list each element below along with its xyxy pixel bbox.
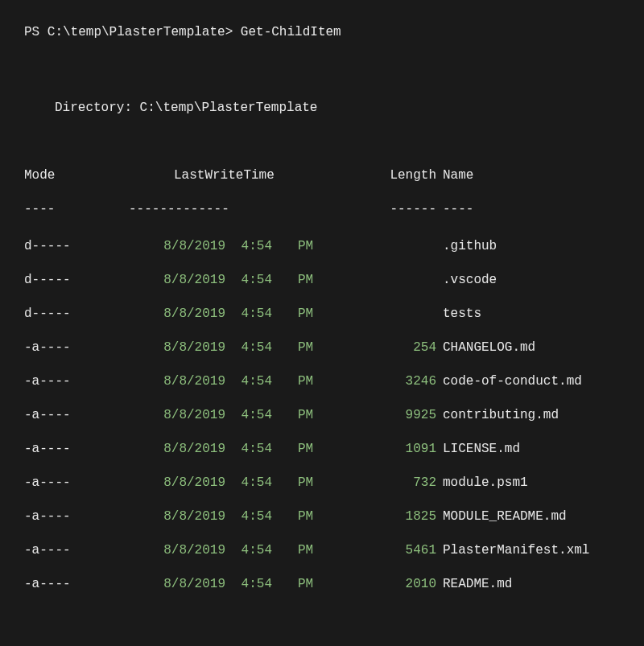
cell-ampm: PM [298, 439, 322, 459]
table-row: -a----8/8/2019 4:54 PM3246code-of-conduc… [24, 372, 620, 391]
cell-length [322, 237, 443, 256]
cell-mode: d----- [24, 304, 129, 323]
directory-label: Directory: C:\temp\PlasterTemplate [55, 101, 317, 115]
cell-mode: -a---- [24, 574, 129, 594]
command: Get-ChildItem [241, 25, 341, 39]
cell-mode: -a---- [24, 405, 129, 425]
divider-lastwrite: ------------- [129, 200, 233, 219]
listing-table: Mode LastWriteTime Length Name ---- ----… [24, 166, 620, 594]
cell-mode: -a---- [24, 507, 129, 526]
cell-date: 8/8/2019 [129, 541, 233, 560]
header-spacer2 [298, 166, 322, 185]
cell-length: 732 [322, 473, 443, 492]
header-name: Name [443, 166, 473, 185]
table-row: d-----8/8/2019 4:54 PM.vscode [24, 270, 620, 290]
table-row: d-----8/8/2019 4:54 PMtests [24, 304, 620, 323]
cell-date: 8/8/2019 [129, 507, 233, 526]
cell-date: 8/8/2019 [129, 405, 233, 425]
cell-date: 8/8/2019 [129, 270, 233, 290]
header-mode: Mode [24, 166, 129, 185]
table-row: -a----8/8/2019 4:54 PM5461PlasterManifes… [24, 541, 620, 560]
cell-length: 254 [322, 338, 443, 357]
table-row: -a----8/8/2019 4:54 PM732module.psm1 [24, 473, 620, 492]
cell-date: 8/8/2019 [129, 574, 233, 594]
cell-ampm: PM [298, 405, 322, 425]
header-lastwrite: LastWriteTime [129, 166, 233, 185]
cell-time: 4:54 [233, 270, 298, 290]
cell-time: 4:54 [233, 473, 298, 492]
cell-time: 4:54 [233, 507, 298, 526]
cell-ampm: PM [298, 372, 322, 391]
cell-time: 4:54 [233, 338, 298, 357]
cell-name: LICENSE.md [443, 439, 520, 459]
cell-name: CHANGELOG.md [443, 338, 535, 357]
cell-date: 8/8/2019 [129, 372, 233, 391]
cell-ampm: PM [298, 270, 322, 290]
cell-length [322, 270, 443, 290]
cell-name: .vscode [443, 270, 497, 290]
cell-length: 1091 [322, 439, 443, 459]
cell-ampm: PM [298, 237, 322, 256]
cell-mode: -a---- [24, 473, 129, 492]
cell-length: 2010 [322, 574, 443, 594]
cell-date: 8/8/2019 [129, 338, 233, 357]
cell-mode: -a---- [24, 439, 129, 459]
divider-spacer1 [233, 200, 298, 219]
divider-spacer2 [298, 200, 322, 219]
cell-length [322, 304, 443, 323]
cell-ampm: PM [298, 473, 322, 492]
table-row: -a----8/8/2019 4:54 PM254CHANGELOG.md [24, 338, 620, 357]
cell-name: module.psm1 [443, 473, 528, 492]
prompt-line: PS C:\temp\PlasterTemplate> Get-ChildIte… [24, 23, 620, 42]
table-row: d-----8/8/2019 4:54 PM.github [24, 237, 620, 256]
cell-name: README.md [443, 574, 512, 594]
cell-name: tests [443, 304, 481, 323]
table-divider: ---- ------------- ------ ---- [24, 200, 620, 219]
divider-length: ------ [322, 200, 443, 219]
directory-line: Directory: C:\temp\PlasterTemplate [55, 98, 620, 117]
cell-mode: -a---- [24, 338, 129, 357]
cell-date: 8/8/2019 [129, 304, 233, 323]
cell-name: PlasterManifest.xml [443, 541, 589, 560]
cell-name: .github [443, 237, 497, 256]
cell-mode: d----- [24, 270, 129, 290]
cell-ampm: PM [298, 507, 322, 526]
cell-date: 8/8/2019 [129, 473, 233, 492]
cell-time: 4:54 [233, 574, 298, 594]
prompt-prefix: PS C:\temp\PlasterTemplate> [24, 25, 233, 39]
cell-mode: d----- [24, 237, 129, 256]
cell-mode: -a---- [24, 372, 129, 391]
table-row: -a----8/8/2019 4:54 PM9925contributing.m… [24, 405, 620, 425]
cell-length: 5461 [322, 541, 443, 560]
header-spacer1 [233, 166, 298, 185]
table-row: -a----8/8/2019 4:54 PM1091LICENSE.md [24, 439, 620, 459]
cell-name: code-of-conduct.md [443, 372, 582, 391]
cell-length: 1825 [322, 507, 443, 526]
cell-time: 4:54 [233, 541, 298, 560]
header-length: Length [322, 166, 443, 185]
cell-date: 8/8/2019 [129, 237, 233, 256]
cell-name: MODULE_README.md [443, 507, 567, 526]
cell-time: 4:54 [233, 405, 298, 425]
table-row: -a----8/8/2019 4:54 PM1825MODULE_README.… [24, 507, 620, 526]
table-row: -a----8/8/2019 4:54 PM2010README.md [24, 574, 620, 594]
cell-name: contributing.md [443, 405, 559, 425]
cell-ampm: PM [298, 304, 322, 323]
cell-time: 4:54 [233, 372, 298, 391]
cell-length: 3246 [322, 372, 443, 391]
cell-time: 4:54 [233, 304, 298, 323]
cell-length: 9925 [322, 405, 443, 425]
divider-name: ---- [443, 200, 473, 219]
cell-ampm: PM [298, 574, 322, 594]
cell-ampm: PM [298, 541, 322, 560]
divider-mode: ---- [24, 200, 129, 219]
cell-time: 4:54 [233, 439, 298, 459]
cell-mode: -a---- [24, 541, 129, 560]
cell-ampm: PM [298, 338, 322, 357]
cell-time: 4:54 [233, 237, 298, 256]
cell-date: 8/8/2019 [129, 439, 233, 459]
table-header: Mode LastWriteTime Length Name [24, 166, 620, 185]
